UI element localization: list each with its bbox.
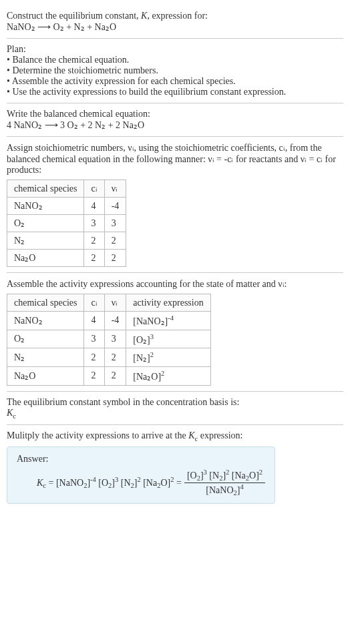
- table-row: NaNO₂ 4 -4: [7, 198, 126, 215]
- cell-vi: 2: [104, 366, 126, 385]
- final-text: Mulitply the activity expressions to arr…: [7, 430, 343, 442]
- prompt-line: Construct the equilibrium constant, K, e…: [7, 11, 343, 21]
- kc-symbol: Kc: [7, 408, 343, 420]
- cell-species: N₂: [7, 348, 84, 367]
- cell-ci: 3: [84, 330, 104, 348]
- final-section: Mulitply the activity expressions to arr…: [7, 425, 343, 509]
- cell-ci: 4: [84, 198, 104, 215]
- balanced-heading: Write the balanced chemical equation:: [7, 109, 343, 119]
- balanced-section: Write the balanced chemical equation: 4 …: [7, 103, 343, 137]
- cell-vi: -4: [104, 312, 126, 330]
- table-row: O₂ 3 3: [7, 215, 126, 232]
- plan-section: Plan: • Balance the chemical equation. •…: [7, 39, 343, 103]
- stoich-text: Assign stoichiometric numbers, νᵢ, using…: [7, 142, 343, 176]
- plan-item: • Determine the stoichiometric numbers.: [7, 65, 343, 76]
- cell-ci: 2: [84, 366, 104, 385]
- balanced-equation: 4 NaNO₂ ⟶ 3 O₂ + 2 N₂ + 2 Na₂O: [7, 119, 343, 131]
- cell-expr: [Na₂O]2: [126, 366, 210, 385]
- cell-ci: 2: [84, 232, 104, 250]
- col-species: chemical species: [7, 180, 84, 198]
- cell-species: Na₂O: [7, 366, 84, 385]
- col-vi: νᵢ: [104, 180, 126, 198]
- table-row: NaNO₂ 4 -4 [NaNO₂]-4: [7, 312, 211, 330]
- table-row: Na₂O 2 2: [7, 250, 126, 267]
- answer-box: Answer: Kc = [NaNO2]-4 [O2]3 [N2]2 [Na2O…: [7, 446, 275, 504]
- cell-vi: 2: [104, 348, 126, 367]
- plan-item: • Assemble the activity expression for e…: [7, 76, 343, 87]
- table-row: N₂ 2 2 [N₂]2: [7, 348, 211, 367]
- cell-vi: 2: [104, 250, 126, 267]
- cell-vi: 2: [104, 232, 126, 250]
- col-ci: cᵢ: [84, 180, 104, 198]
- table-row: Na₂O 2 2 [Na₂O]2: [7, 366, 211, 385]
- table-row: N₂ 2 2: [7, 232, 126, 250]
- cell-ci: 2: [84, 250, 104, 267]
- table-header-row: chemical species cᵢ νᵢ activity expressi…: [7, 294, 211, 312]
- kc-expression: Kc = [NaNO2]-4 [O2]3 [N2]2 [Na2O]2 = [O2…: [17, 468, 265, 497]
- cell-ci: 2: [84, 348, 104, 367]
- table-row: O₂ 3 3 [O₂]3: [7, 330, 211, 348]
- cell-expr: [N₂]2: [126, 348, 210, 367]
- col-species: chemical species: [7, 294, 84, 312]
- answer-label: Answer:: [17, 454, 265, 464]
- cell-species: N₂: [7, 232, 84, 250]
- activity-section: Assemble the activity expressions accoun…: [7, 273, 343, 392]
- cell-species: Na₂O: [7, 250, 84, 267]
- stoich-table: chemical species cᵢ νᵢ NaNO₂ 4 -4 O₂ 3 3…: [7, 180, 126, 267]
- cell-expr: [O₂]3: [126, 330, 210, 348]
- kc-symbol-text: The equilibrium constant symbol in the c…: [7, 397, 343, 408]
- plan-item: • Balance the chemical equation.: [7, 55, 343, 65]
- stoich-section: Assign stoichiometric numbers, νᵢ, using…: [7, 137, 343, 273]
- cell-species: O₂: [7, 330, 84, 348]
- cell-vi: -4: [104, 198, 126, 215]
- plan-heading: Plan:: [7, 44, 343, 55]
- kc-symbol-section: The equilibrium constant symbol in the c…: [7, 392, 343, 426]
- col-ci: cᵢ: [84, 294, 104, 312]
- table-header-row: chemical species cᵢ νᵢ: [7, 180, 126, 198]
- intro-section: Construct the equilibrium constant, K, e…: [7, 5, 343, 39]
- plan-item: • Use the activity expressions to build …: [7, 87, 343, 97]
- cell-ci: 3: [84, 215, 104, 232]
- col-vi: νᵢ: [104, 294, 126, 312]
- cell-species: NaNO₂: [7, 198, 84, 215]
- cell-ci: 4: [84, 312, 104, 330]
- cell-species: O₂: [7, 215, 84, 232]
- activity-text: Assemble the activity expressions accoun…: [7, 278, 343, 290]
- unbalanced-equation: NaNO₂ ⟶ O₂ + N₂ + Na₂O: [7, 21, 343, 33]
- cell-vi: 3: [104, 330, 126, 348]
- cell-species: NaNO₂: [7, 312, 84, 330]
- cell-vi: 3: [104, 215, 126, 232]
- cell-expr: [NaNO₂]-4: [126, 312, 210, 330]
- col-expr: activity expression: [126, 294, 210, 312]
- activity-table: chemical species cᵢ νᵢ activity expressi…: [7, 294, 211, 386]
